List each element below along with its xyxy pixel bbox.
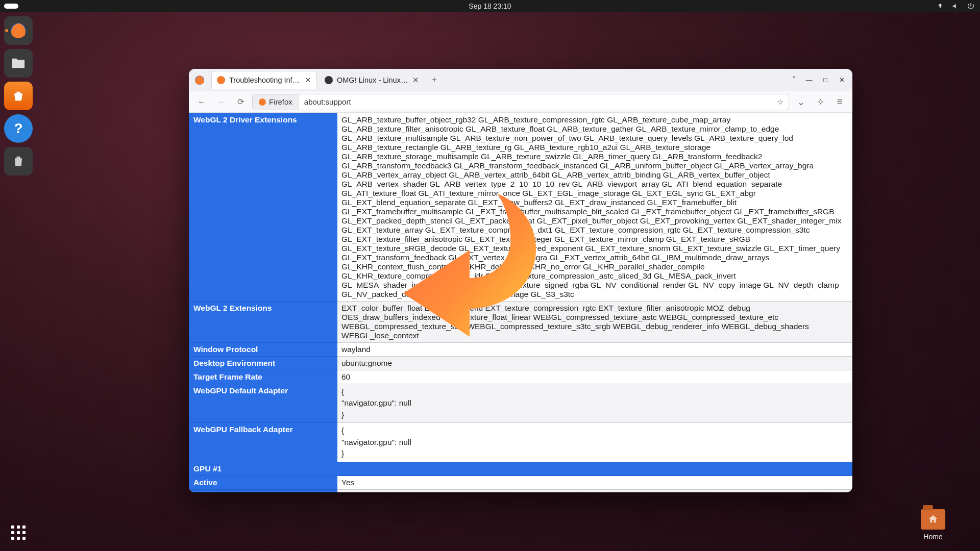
row-label: Description (189, 489, 337, 492)
row-label: Desktop Environment (189, 357, 337, 370)
row-value: 60 (337, 370, 852, 384)
desktop-home-folder[interactable]: Home (917, 509, 949, 541)
list-tabs-button[interactable]: ˅ (788, 73, 800, 87)
gpu-section-header: GPU #1 (189, 462, 852, 475)
row-value: Yes (337, 475, 852, 489)
tab-omglinux[interactable]: OMG! Linux - Linux News... ✕ (319, 71, 425, 89)
bookmark-star-icon[interactable]: ☆ (772, 97, 789, 107)
graphics-table: WebGL 2 Driver ExtensionsGL_ARB_texture_… (189, 113, 852, 492)
dock-trash[interactable] (4, 147, 33, 176)
menu-icon[interactable]: ≡ (832, 94, 847, 110)
power-icon[interactable] (967, 2, 975, 10)
new-tab-button[interactable]: ＋ (427, 72, 442, 88)
row-value: GL_ARB_texture_buffer_object_rgb32 GL_AR… (337, 113, 852, 302)
row-label: WebGPU Default Adapter (189, 384, 337, 423)
row-label: WebGPU Fallback Adapter (189, 423, 337, 462)
row-label: WebGL 2 Extensions (189, 302, 337, 343)
tab-strip: Troubleshooting Informa... ✕ OMG! Linux … (189, 69, 852, 91)
address-bar[interactable]: Firefox about:support ☆ (252, 94, 789, 110)
about-support-content[interactable]: WebGL 2 Driver ExtensionsGL_ARB_texture_… (189, 113, 852, 492)
firefox-favicon-icon (217, 76, 225, 84)
gnome-topbar: Sep 18 23:10 (0, 0, 980, 12)
maximize-button[interactable]: □ (819, 73, 832, 87)
toolbar: ← → ⟳ Firefox about:support ☆ ⌄ ✧ ≡ (189, 91, 852, 113)
back-button[interactable]: ← (194, 94, 209, 110)
network-icon[interactable] (936, 2, 944, 10)
volume-icon[interactable] (951, 2, 960, 10)
extensions-icon[interactable]: ✧ (813, 94, 828, 110)
row-label: Active (189, 475, 337, 489)
row-value: ubuntu:gnome (337, 357, 852, 370)
dock-software[interactable] (4, 82, 33, 110)
tab-troubleshooting[interactable]: Troubleshooting Informa... ✕ (211, 71, 317, 89)
tab-close-icon[interactable]: ✕ (305, 76, 311, 84)
dock-firefox[interactable] (4, 16, 33, 45)
pocket-icon[interactable]: ⌄ (793, 94, 808, 110)
show-apps-button[interactable] (9, 523, 28, 542)
url-text: about:support (299, 97, 772, 106)
identity-label: Firefox (269, 97, 292, 106)
row-label: Target Frame Rate (189, 370, 337, 384)
row-value: EXT_color_buffer_float EXT_float_blend E… (337, 302, 852, 343)
row-value: { "navigator.gpu": null } (337, 384, 852, 423)
clock[interactable]: Sep 18 23:10 (469, 2, 511, 10)
dock-help[interactable]: ? (4, 114, 33, 143)
row-value: wayland (337, 343, 852, 357)
dock-files[interactable] (4, 49, 33, 78)
forward-button[interactable]: → (213, 94, 229, 110)
tab-title: OMG! Linux - Linux News... (337, 76, 408, 84)
site-favicon-icon (325, 76, 333, 84)
tab-close-icon[interactable]: ✕ (412, 76, 419, 84)
row-value: { "navigator.gpu": null } (337, 423, 852, 462)
reload-button[interactable]: ⟳ (233, 94, 248, 110)
row-label: Window Protocol (189, 343, 337, 357)
firefox-badge-icon (259, 98, 266, 106)
dock: ? (0, 12, 37, 551)
identity-badge[interactable]: Firefox (253, 94, 299, 110)
desktop-home-label: Home (923, 533, 942, 541)
row-label: WebGL 2 Driver Extensions (189, 113, 337, 302)
tab-title: Troubleshooting Informa... (229, 76, 301, 84)
activities-pill[interactable] (4, 4, 18, 9)
close-button[interactable]: ✕ (835, 73, 848, 87)
row-value: virgl (AMD Radeon Pro 555 OpenGL Engine … (337, 489, 852, 492)
firefox-app-icon (193, 73, 206, 87)
firefox-window: Troubleshooting Informa... ✕ OMG! Linux … (189, 69, 852, 492)
minimize-button[interactable]: — (802, 73, 816, 87)
